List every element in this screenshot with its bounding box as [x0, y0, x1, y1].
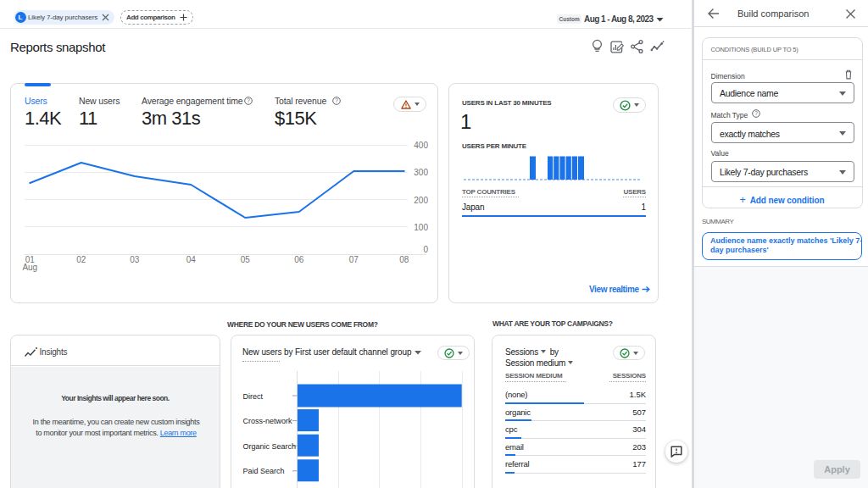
svg-text:?: ? [247, 97, 250, 103]
svg-text:Paid Search: Paid Search [243, 467, 285, 475]
svg-text:07: 07 [349, 255, 359, 264]
svg-text:0: 0 [423, 245, 428, 254]
svg-text:Cross-network: Cross-network [243, 417, 293, 425]
svg-text:100: 100 [414, 223, 428, 232]
svg-text:03: 03 [130, 255, 140, 264]
svg-text:Aug: Aug [22, 263, 37, 272]
svg-text:08: 08 [399, 255, 409, 264]
svg-text:Organic Search: Organic Search [243, 442, 297, 451]
svg-text:?: ? [335, 97, 338, 103]
svg-text:04: 04 [186, 255, 197, 264]
svg-text:Direct: Direct [243, 392, 264, 401]
svg-text:05: 05 [241, 255, 251, 264]
svg-text:02: 02 [76, 255, 86, 264]
svg-text:06: 06 [294, 255, 304, 264]
svg-text:400: 400 [414, 141, 428, 150]
svg-text:?: ? [754, 110, 758, 116]
svg-text:300: 300 [414, 168, 428, 177]
svg-text:200: 200 [414, 196, 428, 205]
